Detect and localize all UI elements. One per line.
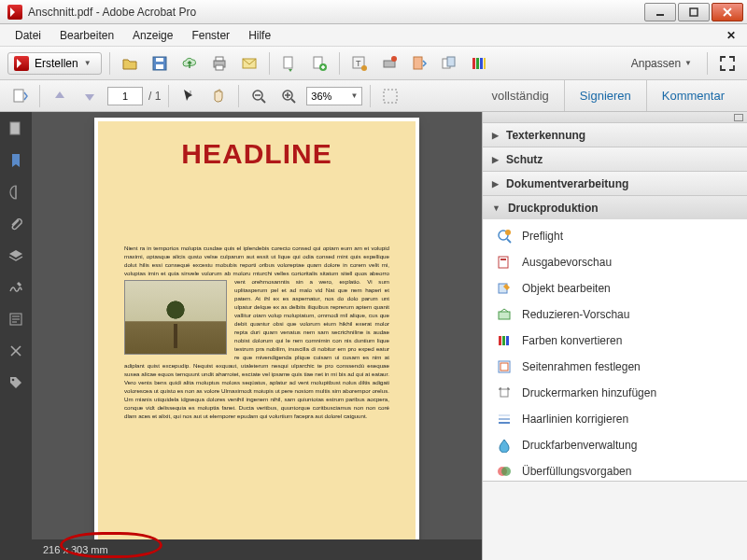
section-header-dokumentverarbeitung[interactable]: ▶ Dokumentverarbeitung xyxy=(483,172,747,195)
svg-rect-8 xyxy=(216,57,223,61)
color-button[interactable] xyxy=(467,51,491,76)
nav-toolbar: / 1 I 36% ▼ vollständig Signieren Kommen… xyxy=(0,80,747,112)
thumbnails-icon[interactable] xyxy=(7,119,25,138)
caret-down-icon: ▼ xyxy=(350,91,358,100)
fullscreen-button[interactable] xyxy=(715,51,740,76)
chevron-right-icon: ▶ xyxy=(492,131,499,140)
window-minimize-button[interactable] xyxy=(644,3,676,21)
window-maximize-button[interactable] xyxy=(678,3,710,21)
page-up-button[interactable] xyxy=(48,84,72,108)
save-button[interactable] xyxy=(148,51,172,76)
preflight-icon xyxy=(496,228,513,245)
menu-hilfe[interactable]: Hilfe xyxy=(239,26,280,45)
svg-rect-48 xyxy=(499,257,508,268)
cloud-button[interactable] xyxy=(177,51,202,76)
section-header-druckproduktion[interactable]: ▼ Druckproduktion xyxy=(483,196,747,219)
tab-signieren[interactable]: Signieren xyxy=(564,80,646,111)
articles-icon[interactable] xyxy=(7,310,25,329)
combine-button[interactable] xyxy=(437,51,461,76)
page-number-input[interactable] xyxy=(107,87,143,105)
tool-preflight[interactable]: Preflight xyxy=(483,223,747,249)
cross-icon[interactable] xyxy=(7,342,25,360)
window-close-button[interactable] xyxy=(712,3,743,21)
chevron-down-icon: ▼ xyxy=(492,203,500,213)
document-close-button[interactable]: ✕ xyxy=(721,26,741,45)
marquee-zoom-button[interactable] xyxy=(378,84,402,108)
svg-rect-11 xyxy=(284,57,292,68)
svg-point-18 xyxy=(391,56,397,62)
tool-druckermarken[interactable]: Druckermarken hinzufügen xyxy=(483,380,747,406)
tab-vollstaendig[interactable]: vollständig xyxy=(476,80,563,111)
tool-haarlinien[interactable]: Haarlinien korrigieren xyxy=(483,406,747,432)
tool-reduzieren-vorschau[interactable]: Reduzieren-Vorschau xyxy=(483,301,747,328)
attachments-icon[interactable] xyxy=(7,215,25,233)
customize-button[interactable]: Anpassen ▼ xyxy=(624,54,699,73)
page-down-button[interactable] xyxy=(78,84,102,108)
section-header-schutz[interactable]: ▶ Schutz xyxy=(483,147,747,171)
ruler-icon[interactable] xyxy=(7,183,25,202)
bookmarks-icon[interactable] xyxy=(7,151,25,170)
tool-ueberfuellung[interactable]: Überfüllungsvorgaben xyxy=(483,458,747,481)
svg-rect-36 xyxy=(10,122,20,134)
svg-rect-26 xyxy=(14,90,23,102)
svg-rect-21 xyxy=(447,57,455,66)
section-label: Druckproduktion xyxy=(508,202,599,215)
zoom-out-button[interactable] xyxy=(247,84,271,108)
zoom-in-button[interactable] xyxy=(276,84,301,108)
svg-rect-5 xyxy=(156,64,163,69)
menu-bearbeiten[interactable]: Bearbeiten xyxy=(50,26,123,45)
separator xyxy=(39,85,40,107)
ink-manager-icon xyxy=(496,437,513,454)
menu-datei[interactable]: Datei xyxy=(6,26,50,45)
svg-point-47 xyxy=(505,230,511,235)
tool-objekt-bearbeiten[interactable]: Objekt bearbeiten xyxy=(483,275,747,301)
status-bar: 216 x 303 mm xyxy=(32,539,482,560)
quick-print-button[interactable] xyxy=(377,51,402,76)
menu-anzeige[interactable]: Anzeige xyxy=(123,26,182,45)
page-body-text: Nient ra in temporios molupta cusdae qui… xyxy=(124,245,389,421)
printer-marks-icon xyxy=(496,385,513,401)
document-viewport[interactable]: HEADLINE Nient ra in temporios molupta c… xyxy=(32,112,482,560)
hand-tool-button[interactable] xyxy=(206,84,231,108)
create-pdf-button[interactable] xyxy=(307,51,331,76)
svg-rect-23 xyxy=(476,58,479,69)
tool-ausgabevorschau[interactable]: Ausgabevorschau xyxy=(483,249,747,275)
chevron-right-icon: ▶ xyxy=(492,155,499,164)
open-button[interactable] xyxy=(118,51,142,76)
separator xyxy=(370,85,371,107)
tool-farben-konvertieren[interactable]: Farben konvertieren xyxy=(483,328,747,354)
tab-kommentar[interactable]: Kommentar xyxy=(646,80,740,111)
panel-top-strip xyxy=(483,112,747,123)
export-button[interactable] xyxy=(277,51,302,76)
page-dimensions: 216 x 303 mm xyxy=(43,544,108,555)
output-preview-icon xyxy=(496,254,513,271)
trap-presets-icon xyxy=(496,463,513,480)
show-pages-button[interactable] xyxy=(7,84,32,108)
svg-rect-25 xyxy=(484,58,486,69)
svg-rect-17 xyxy=(384,61,395,67)
tools-panel: ▶ Texterkennung ▶ Schutz ▶ Dokumentverar… xyxy=(482,112,747,560)
svg-rect-1 xyxy=(690,8,698,16)
section-texterkennung: ▶ Texterkennung xyxy=(483,123,747,147)
separator xyxy=(168,85,169,107)
customize-label: Anpassen xyxy=(631,57,681,70)
svg-rect-56 xyxy=(500,363,508,371)
tags-icon[interactable] xyxy=(7,373,25,392)
zoom-select[interactable]: 36% ▼ xyxy=(306,87,362,105)
panel-menu-icon[interactable] xyxy=(734,114,743,121)
email-button[interactable] xyxy=(237,51,261,76)
signatures-icon[interactable] xyxy=(7,278,25,297)
tool-druckfarbenverwaltung[interactable]: Druckfarbenverwaltung xyxy=(483,432,747,458)
layers-icon[interactable] xyxy=(7,246,25,265)
select-tool-button[interactable]: I xyxy=(176,84,201,108)
print-button[interactable] xyxy=(207,51,232,76)
tool-seitenrahmen[interactable]: Seitenrahmen festlegen xyxy=(483,354,747,380)
menu-fenster[interactable]: Fenster xyxy=(182,26,239,45)
separator xyxy=(269,52,270,75)
create-button[interactable]: Erstellen ▼ xyxy=(7,52,102,75)
insert-page-button[interactable] xyxy=(407,51,431,76)
separator xyxy=(109,52,110,75)
edit-text-button[interactable]: T xyxy=(347,51,372,76)
svg-line-34 xyxy=(291,99,295,103)
section-header-texterkennung[interactable]: ▶ Texterkennung xyxy=(483,123,747,147)
